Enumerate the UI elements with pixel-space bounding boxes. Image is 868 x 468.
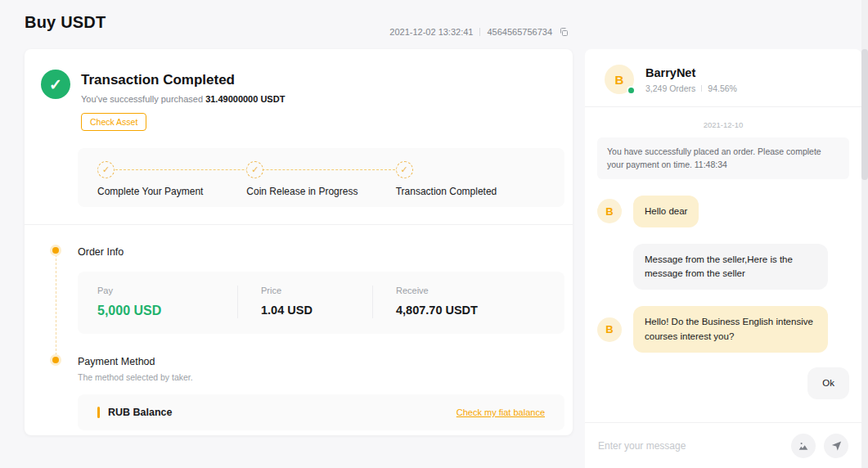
order-meta: 2021-12-02 13:32:41 4564565756734 bbox=[389, 27, 569, 37]
system-message: You have successfully placed an order. P… bbox=[597, 137, 849, 179]
send-icon bbox=[830, 439, 843, 452]
price-label: Price bbox=[261, 286, 372, 295]
seller-orders-count: 3,249 Orders bbox=[645, 83, 695, 93]
receive-column: Receive 4,807.70 USDT bbox=[372, 286, 564, 318]
price-value: 1.04 USD bbox=[261, 304, 372, 317]
chat-message-row: B Hello! Do the Business English intensi… bbox=[597, 306, 849, 353]
step-complete-payment: ✓ Complete Your Payment bbox=[97, 161, 246, 197]
method-label: RUB Balance bbox=[108, 407, 173, 418]
bullet-icon bbox=[52, 247, 59, 254]
step-label: Transaction Completed bbox=[396, 186, 545, 197]
seller-avatar: B bbox=[597, 199, 622, 223]
receive-value: 4,807.70 USDT bbox=[396, 304, 564, 317]
seller-stats: 3,249 Orders 94.56% bbox=[645, 83, 737, 93]
status-subtitle: You've successfully purchased 31.4900000… bbox=[81, 94, 285, 104]
send-message-button[interactable] bbox=[824, 434, 848, 458]
chat-panel: B BarryNet 3,249 Orders 94.56% 2021-12-1… bbox=[585, 49, 861, 468]
order-info-card: Pay 5,000 USD Price 1.04 USD Receive 4,8… bbox=[78, 272, 564, 334]
step-check-icon: ✓ bbox=[246, 161, 263, 178]
pay-label: Pay bbox=[97, 286, 237, 295]
chat-messages: 2021-12-10 You have successfully placed … bbox=[585, 107, 861, 422]
chat-message-row-outgoing: Ok bbox=[597, 367, 849, 399]
chat-header: B BarryNet 3,249 Orders 94.56% bbox=[585, 49, 861, 107]
payment-method-note: The method selected by taker. bbox=[78, 372, 564, 382]
step-check-icon: ✓ bbox=[396, 161, 413, 178]
bullet-icon bbox=[52, 357, 59, 363]
attach-image-button[interactable] bbox=[791, 434, 816, 458]
price-column: Price 1.04 USD bbox=[237, 286, 372, 318]
step-label: Coin Release in Progress bbox=[246, 186, 395, 197]
step-check-icon: ✓ bbox=[97, 161, 115, 178]
status-title: Transaction Completed bbox=[81, 72, 285, 88]
seller-name: BarryNet bbox=[645, 66, 737, 79]
order-id: 4564565756734 bbox=[487, 27, 552, 37]
message-bubble: Ok bbox=[807, 367, 849, 399]
progress-steps: ✓ Complete Your Payment ✓ Coin Release i… bbox=[78, 148, 564, 207]
pay-value: 5,000 USD bbox=[97, 304, 237, 318]
message-bubble: Hello! Do the Business English intensive… bbox=[633, 306, 828, 353]
purchased-amount: 31.49000000 USDT bbox=[205, 94, 285, 104]
step-label: Complete Your Payment bbox=[97, 186, 246, 197]
payment-method-heading: Payment Method bbox=[78, 356, 564, 367]
status-text: Transaction Completed You've successfull… bbox=[81, 70, 285, 131]
scrollbar[interactable] bbox=[861, 0, 868, 468]
order-info-heading: Order Info bbox=[78, 246, 564, 258]
success-check-icon: ✓ bbox=[41, 70, 70, 99]
scrollbar-thumb[interactable] bbox=[861, 49, 868, 180]
chat-message-row: B Hello dear bbox=[597, 196, 849, 227]
pay-column: Pay 5,000 USD bbox=[78, 286, 237, 318]
seller-avatar: B bbox=[597, 317, 622, 342]
step-coin-release: ✓ Coin Release in Progress bbox=[246, 161, 395, 197]
check-asset-button[interactable]: Check Asset bbox=[81, 113, 146, 131]
timeline-dashed-line bbox=[56, 254, 56, 359]
order-info-heading-label: Order Info bbox=[78, 246, 124, 258]
chat-message-row: Message from the seller,Here is the mess… bbox=[597, 244, 849, 290]
message-bubble: Hello dear bbox=[633, 196, 699, 227]
status-subtitle-text: You've successfully purchased bbox=[81, 94, 205, 104]
step-transaction-completed: ✓ Transaction Completed bbox=[396, 161, 545, 197]
online-status-dot bbox=[627, 86, 636, 95]
copy-icon[interactable] bbox=[559, 27, 569, 37]
seller-avatar[interactable]: B bbox=[605, 65, 634, 94]
order-timestamp: 2021-12-02 13:32:41 bbox=[389, 27, 473, 37]
status-row: ✓ Transaction Completed You've successfu… bbox=[25, 70, 573, 131]
message-input[interactable] bbox=[598, 440, 783, 452]
stats-divider bbox=[701, 85, 702, 92]
image-icon bbox=[797, 439, 810, 452]
method-accent-bar bbox=[97, 407, 100, 418]
check-fiat-balance-link[interactable]: Check my fiat balance bbox=[456, 407, 545, 417]
chat-date: 2021-12-10 bbox=[597, 120, 849, 129]
payment-method-heading-label: Payment Method bbox=[78, 356, 155, 367]
seller-completion-rate: 94.56% bbox=[708, 83, 737, 93]
order-card: ✓ Transaction Completed You've successfu… bbox=[25, 49, 573, 435]
receive-label: Receive bbox=[396, 286, 564, 295]
payment-method-card: RUB Balance Check my fiat balance bbox=[78, 394, 564, 430]
page-title: Buy USDT bbox=[25, 13, 106, 32]
meta-divider bbox=[479, 28, 480, 36]
chat-input-bar bbox=[585, 422, 861, 468]
message-bubble: Message from the seller,Here is the mess… bbox=[633, 244, 828, 290]
avatar-initial: B bbox=[615, 73, 624, 87]
payment-method-name: RUB Balance bbox=[97, 407, 173, 418]
